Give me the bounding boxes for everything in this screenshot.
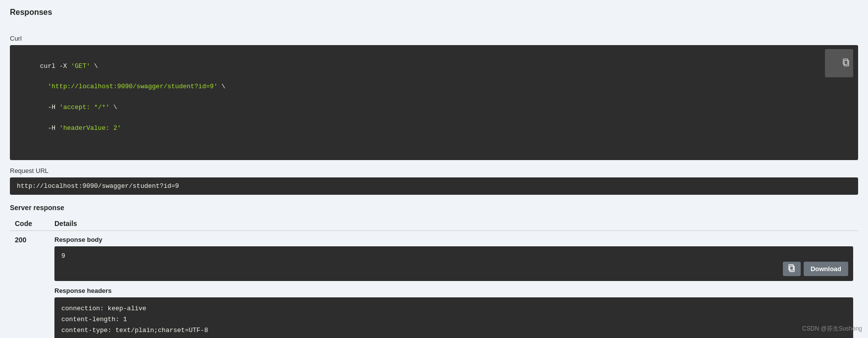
response-body-actions: Download [783, 262, 848, 276]
curl-label: Curl [10, 35, 858, 42]
curl-section: Curl curl -X 'GET' \ 'http://localhost:9… [10, 35, 858, 160]
curl-header: 'headerValue: 2' [59, 124, 121, 132]
curl-line-4: -H 'headerValue: 2' [40, 124, 121, 132]
response-table: Code Details 200 Response body 9 [10, 217, 858, 338]
response-body-value: 9 [61, 252, 65, 260]
response-details: Response body 9 Download [49, 230, 858, 338]
server-response-title: Server response [10, 204, 858, 212]
watermark: CSDN @苏生Susheng [802, 325, 862, 333]
response-body-title: Response body [54, 236, 853, 243]
response-headers-title: Response headers [54, 287, 853, 294]
table-row: 200 Response body 9 [10, 230, 858, 338]
col-header-code: Code [10, 217, 49, 231]
request-url-value: http://localhost:9090/swagger/student?id… [17, 182, 179, 190]
page-title: Responses [10, 8, 858, 17]
curl-line-3: -H 'accept: */*' \ [40, 104, 117, 111]
request-url-label: Request URL [10, 167, 858, 174]
curl-code-block: curl -X 'GET' \ 'http://localhost:9090/s… [10, 45, 858, 160]
curl-get: 'GET' [71, 62, 90, 70]
curl-line-1: curl -X 'GET' \ [40, 62, 98, 70]
col-header-details: Details [49, 217, 858, 231]
response-body-block: 9 Download [54, 246, 853, 281]
download-button[interactable]: Download [804, 262, 848, 276]
curl-line-2: 'http://localhost:9090/swagger/student?i… [40, 83, 225, 90]
response-table-body: 200 Response body 9 [10, 230, 858, 338]
request-url-block: http://localhost:9090/swagger/student?id… [10, 177, 858, 195]
server-response-section: Server response Code Details 200 Respons… [10, 204, 858, 338]
curl-accept: 'accept: */*' [59, 104, 109, 111]
copy-curl-button[interactable] [825, 49, 853, 77]
curl-url: 'http://localhost:9090/swagger/student?i… [48, 83, 217, 90]
copy-response-button[interactable] [783, 262, 801, 276]
response-table-header: Code Details [10, 217, 858, 231]
response-code: 200 [10, 230, 49, 338]
response-headers-block: connection: keep-alive content-length: 1… [54, 297, 853, 338]
request-url-section: Request URL http://localhost:9090/swagge… [10, 167, 858, 195]
page-container: Responses Curl curl -X 'GET' \ 'http://l… [0, 0, 868, 338]
